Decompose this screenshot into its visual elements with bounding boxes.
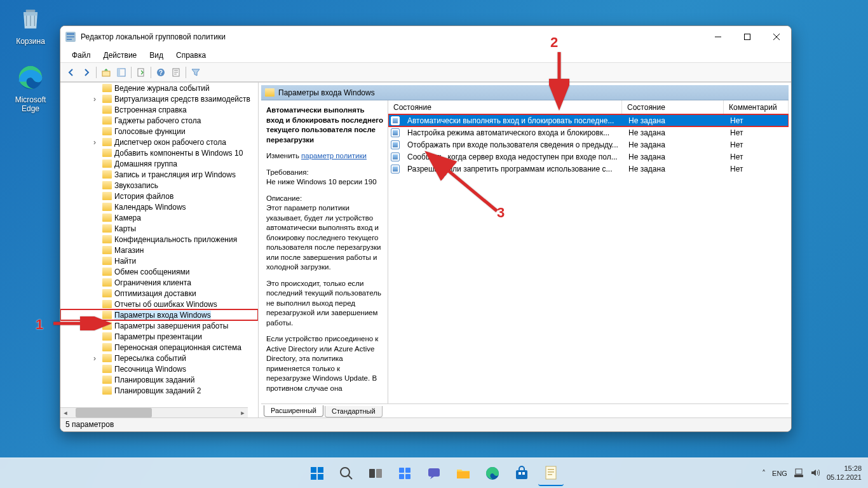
tree-item-label: Отчеты об ошибках Windows (114, 300, 217, 309)
svg-rect-36 (522, 472, 525, 475)
tree-item[interactable]: Магазин (60, 245, 258, 255)
svg-rect-16 (174, 74, 177, 74)
help-button[interactable]: ? (154, 65, 168, 79)
tree-item[interactable]: Песочница Windows (60, 363, 258, 374)
folder-icon (102, 127, 112, 135)
svg-rect-40 (548, 474, 552, 475)
properties-button[interactable] (169, 65, 183, 79)
tab-standard[interactable]: Стандартный (325, 406, 383, 417)
tree-item[interactable]: Голосовые функции (60, 126, 258, 137)
tree-item[interactable]: Гаджеты рабочего стола (60, 115, 258, 126)
detail-pane: Автоматически выполнять вход и блокирова… (261, 100, 388, 403)
tree-item-label: Песочница Windows (114, 365, 186, 374)
tray-volume-icon[interactable] (810, 468, 820, 479)
back-button[interactable] (64, 65, 78, 79)
tree-item[interactable]: Ведение журнала событий (60, 83, 258, 93)
tree-hscrollbar[interactable]: ◄► (60, 407, 248, 417)
tree-item[interactable]: Карты (60, 223, 258, 234)
tree-item[interactable]: Конфиденциальность приложения (60, 234, 258, 245)
tree-item[interactable]: Камера (60, 212, 258, 223)
tree-pane: Ведение журнала событийВиртуализация сре… (60, 83, 259, 417)
menu-view[interactable]: Вид (143, 50, 170, 61)
menu-file[interactable]: Файл (65, 50, 97, 61)
tree-item[interactable]: Диспетчер окон рабочего стола (60, 137, 258, 147)
tree-item[interactable]: Домашняя группа (60, 158, 258, 169)
col-header-comment[interactable]: Комментарий (724, 100, 789, 114)
desktop-icon-recycle-bin[interactable]: Корзина (6, 4, 55, 46)
description-p2: Это происходит, только если последний те… (266, 279, 384, 329)
tree-item[interactable]: Обмен сообщениями (60, 266, 258, 277)
tree-item[interactable]: Переносная операционная система (60, 342, 258, 353)
gpedit-taskbar-button[interactable] (538, 461, 564, 486)
list-row[interactable]: Автоматически выполнять вход и блокирова… (388, 114, 789, 126)
folder-header: Параметры входа Windows (261, 85, 789, 100)
tray-clock[interactable]: 15:28 05.12.2021 (827, 464, 862, 481)
tree-item[interactable]: История файлов (60, 191, 258, 201)
tree-item-label: Ограничения клиента (114, 278, 191, 287)
menu-help[interactable]: Справка (170, 50, 212, 61)
col-header-name[interactable]: Состояние (388, 100, 622, 114)
desktop-icon-edge[interactable]: Microsoft Edge (6, 62, 55, 114)
forward-button[interactable] (79, 65, 93, 79)
start-button[interactable] (304, 461, 330, 486)
col-header-state[interactable]: Состояние (622, 100, 724, 114)
edge-taskbar-button[interactable] (480, 461, 505, 486)
tree-item[interactable]: Найти (60, 255, 258, 266)
tray-network-icon[interactable] (794, 468, 804, 479)
cell-state: Не задана (623, 140, 725, 149)
desktop-icon-label: Microsoft Edge (6, 95, 55, 114)
chat-button[interactable] (421, 461, 447, 486)
up-button[interactable] (99, 65, 113, 79)
explorer-button[interactable] (451, 461, 476, 486)
folder-icon (102, 192, 112, 200)
tree-item[interactable]: Звукозапись (60, 180, 258, 191)
tree-item[interactable]: Календарь Windows (60, 201, 258, 212)
tree-item[interactable]: Планировщик заданий 2 (60, 385, 258, 396)
cell-comment: Нет (725, 140, 789, 149)
maximize-button[interactable] (733, 26, 762, 48)
folder-icon (102, 203, 112, 211)
folder-icon (265, 88, 275, 97)
tree-item-label: Параметры входа Windows (114, 311, 211, 320)
policy-icon (391, 128, 400, 137)
svg-rect-15 (174, 72, 178, 72)
tree-item[interactable]: Запись и трансляция игр Windows (60, 169, 258, 180)
export-button[interactable] (134, 65, 148, 79)
toolbar: ? (60, 63, 791, 82)
edit-policy-link[interactable]: параметр политики (301, 152, 367, 159)
show-hide-tree-button[interactable] (114, 65, 128, 79)
recycle-bin-icon (15, 4, 46, 34)
tree-item[interactable]: Виртуализация средств взаимодейств (60, 93, 258, 104)
widgets-button[interactable] (392, 461, 417, 486)
tree-item[interactable]: Отчеты об ошибках Windows (60, 299, 258, 309)
tree-item-label: Диспетчер окон рабочего стола (114, 138, 226, 147)
tree-item[interactable]: Встроенная справка (60, 104, 258, 115)
requirements-text: Не ниже Windows 10 версии 190 (266, 177, 384, 187)
tree-item[interactable]: Оптимизация доставки (60, 288, 258, 299)
close-button[interactable] (762, 26, 791, 48)
tab-extended[interactable]: Расширенный (264, 405, 323, 417)
folder-header-label: Параметры входа Windows (278, 88, 375, 97)
titlebar[interactable]: Редактор локальной групповой политики (60, 26, 791, 48)
svg-rect-3 (67, 33, 74, 35)
cell-comment: Нет (725, 116, 789, 125)
tree-item[interactable]: Ограничения клиента (60, 277, 258, 288)
tree-item[interactable]: Планировщик заданий (60, 374, 258, 385)
tray-time: 15:28 (827, 464, 862, 473)
minimize-button[interactable] (703, 26, 733, 48)
menu-action[interactable]: Действие (97, 50, 144, 61)
tree-item[interactable]: Добавить компоненты в Windows 10 (60, 147, 258, 158)
filter-button[interactable] (189, 65, 203, 79)
folder-icon (102, 170, 112, 179)
tray-language[interactable]: ENG (772, 470, 787, 477)
tray-chevron-icon[interactable]: ˄ (762, 469, 766, 478)
task-view-button[interactable] (363, 461, 388, 486)
tree-item[interactable]: Пересылка событий (60, 353, 258, 363)
search-button[interactable] (334, 461, 359, 486)
tree-item-label: Магазин (114, 246, 144, 255)
folder-icon (102, 376, 112, 384)
list-row[interactable]: Настройка режима автоматического входа и… (388, 126, 789, 139)
store-button[interactable] (509, 461, 534, 486)
svg-rect-21 (318, 467, 323, 473)
tree-scroll[interactable]: Ведение журнала событийВиртуализация сре… (60, 83, 258, 407)
